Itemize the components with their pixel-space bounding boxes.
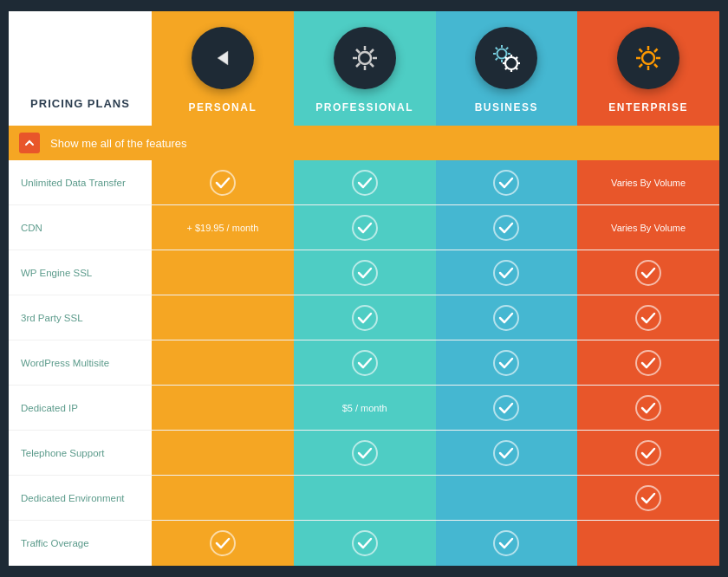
feature-cell-professional <box>294 340 436 385</box>
show-features-row[interactable]: Show me all of the features <box>9 126 719 160</box>
svg-point-53 <box>636 396 660 420</box>
svg-point-46 <box>353 306 377 330</box>
check-icon <box>492 259 520 287</box>
svg-line-19 <box>496 58 497 60</box>
svg-line-36 <box>654 49 658 53</box>
pricing-table: PRICING PLANS PERSONAL <box>9 11 719 566</box>
feature-cell-personal <box>152 386 294 430</box>
feature-row: Unlimited Data Transfer Varies By Volume <box>9 160 719 205</box>
svg-point-56 <box>636 441 660 465</box>
enterprise-icon-circle <box>617 27 679 89</box>
business-plan-name: BUSINESS <box>475 101 538 113</box>
feature-cell-professional <box>294 431 436 475</box>
check-icon <box>634 349 662 377</box>
feature-cell-enterprise: Varies By Volume <box>577 160 719 204</box>
feature-row: Dedicated Environment <box>9 476 719 521</box>
enterprise-icon <box>632 42 665 75</box>
check-icon <box>351 304 379 332</box>
personal-icon <box>207 42 238 74</box>
check-icon <box>351 529 379 557</box>
feature-cell-personal <box>152 250 294 295</box>
feature-label-cell: Telephone Support <box>9 431 152 475</box>
feature-cell-professional: $5 / month <box>294 386 436 430</box>
feature-cell-business <box>436 295 578 340</box>
feature-label-cell: WP Engine SSL <box>9 250 152 295</box>
svg-line-7 <box>356 49 360 53</box>
svg-marker-0 <box>218 51 228 65</box>
feature-row: 3rd Party SSL <box>9 295 719 340</box>
check-icon <box>351 259 379 287</box>
cell-text-value: Varies By Volume <box>611 223 686 233</box>
svg-line-8 <box>370 63 374 67</box>
feature-cell-business <box>436 340 578 385</box>
svg-point-43 <box>353 261 377 285</box>
svg-point-60 <box>494 531 518 555</box>
feature-label-cell: Traffic Overage <box>9 521 152 566</box>
check-icon <box>492 214 520 242</box>
feature-cell-enterprise <box>577 521 719 566</box>
check-icon <box>351 169 379 197</box>
svg-line-26 <box>516 67 518 69</box>
header-row: PRICING PLANS PERSONAL <box>9 11 719 126</box>
plan-header-personal: PERSONAL <box>152 11 294 126</box>
svg-line-16 <box>496 48 497 49</box>
svg-point-52 <box>494 396 518 420</box>
feature-cell-business <box>436 160 578 204</box>
svg-line-25 <box>505 57 508 60</box>
feature-cell-personal <box>152 160 294 204</box>
feature-cell-business <box>436 431 578 475</box>
feature-label-cell: 3rd Party SSL <box>9 295 152 340</box>
svg-line-28 <box>505 67 508 69</box>
feature-cell-enterprise <box>577 431 719 475</box>
check-icon <box>209 529 237 557</box>
check-icon <box>209 169 237 197</box>
feature-label-text: Traffic Overage <box>21 538 89 548</box>
show-features-label: Show me all of the features <box>50 137 187 150</box>
personal-icon-circle <box>192 27 254 89</box>
svg-point-41 <box>353 216 377 240</box>
label-column-header: PRICING PLANS <box>9 11 152 126</box>
cell-text-value: + $19.95 / month <box>186 223 258 233</box>
feature-label-text: WP Engine SSL <box>21 268 92 278</box>
feature-cell-personal <box>152 295 294 340</box>
check-icon <box>492 439 520 467</box>
svg-line-35 <box>654 64 658 68</box>
business-icon <box>490 42 523 75</box>
feature-cell-business <box>436 386 578 430</box>
feature-cell-professional <box>294 476 436 520</box>
svg-point-47 <box>494 306 518 330</box>
feature-cell-professional <box>294 205 436 250</box>
feature-cell-personal <box>152 340 294 385</box>
feature-label-cell: CDN <box>9 205 152 250</box>
feature-label-text: CDN <box>21 223 42 233</box>
feature-cell-business <box>436 476 578 520</box>
cell-text-value: Varies By Volume <box>611 178 686 188</box>
feature-cell-enterprise <box>577 340 719 385</box>
feature-row: Telephone Support <box>9 431 719 476</box>
feature-row: WP Engine SSL <box>9 250 719 295</box>
feature-cell-personal <box>152 431 294 475</box>
svg-point-40 <box>494 171 518 195</box>
personal-plan-name: PERSONAL <box>189 101 257 113</box>
svg-line-18 <box>506 48 508 49</box>
feature-cell-professional <box>294 295 436 340</box>
check-icon <box>351 214 379 242</box>
svg-point-58 <box>211 531 235 555</box>
feature-label-text: Unlimited Data Transfer <box>21 178 126 188</box>
plan-header-business: BUSINESS <box>436 11 578 126</box>
check-icon <box>351 349 379 377</box>
feature-cell-enterprise <box>577 386 719 430</box>
feature-cell-personal <box>152 476 294 520</box>
feature-cell-business <box>436 250 578 295</box>
check-icon <box>492 169 520 197</box>
svg-point-49 <box>353 351 377 375</box>
svg-point-48 <box>636 306 660 330</box>
check-icon <box>492 304 520 332</box>
show-features-arrow[interactable] <box>19 133 40 153</box>
feature-row: Dedicated IP$5 / month <box>9 386 719 431</box>
feature-label-cell: WordPress Multisite <box>9 340 152 385</box>
check-icon <box>634 304 662 332</box>
check-icon <box>634 439 662 467</box>
svg-point-45 <box>636 261 660 285</box>
pricing-plans-title: PRICING PLANS <box>30 97 130 110</box>
